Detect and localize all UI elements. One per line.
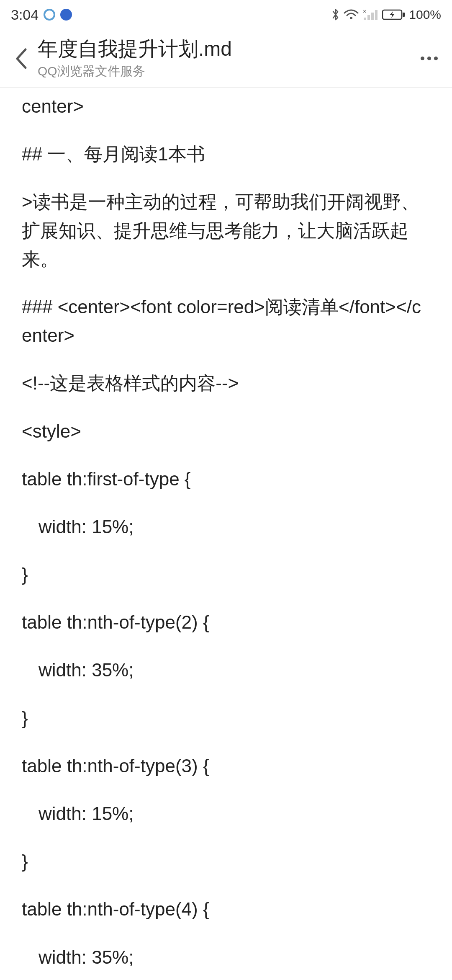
svg-rect-4	[371, 13, 374, 20]
wifi-icon	[344, 9, 359, 21]
content-line: center>	[22, 92, 430, 121]
signal-icon: ×	[362, 8, 379, 21]
bluetooth-icon	[331, 8, 340, 22]
content-line: width: 15%;	[22, 799, 430, 828]
svg-rect-3	[367, 15, 370, 20]
svg-rect-7	[403, 13, 405, 17]
status-left: 3:04	[11, 7, 72, 23]
app-icon-1	[44, 9, 55, 21]
content-line: width: 35%;	[22, 656, 430, 684]
status-right: × 100%	[331, 8, 441, 22]
app-icon-2	[60, 9, 72, 21]
chevron-left-icon	[14, 47, 28, 70]
content-line: }	[22, 704, 430, 732]
content-line: }	[22, 847, 430, 876]
svg-text:×: ×	[363, 8, 366, 15]
content-line: width: 15%;	[22, 513, 430, 541]
file-content[interactable]: center> ## 一、每月阅读1本书 >读书是一种主动的过程，可帮助我们开阔…	[0, 88, 452, 980]
dot-icon	[421, 57, 424, 60]
content-line: table th:nth-of-type(2) {	[22, 608, 430, 637]
svg-rect-5	[375, 10, 378, 20]
dot-icon	[427, 57, 431, 60]
content-line: <style>	[22, 417, 430, 446]
content-line: >读书是一种主动的过程，可帮助我们开阔视野、扩展知识、提升思维与思考能力，让大脑…	[22, 188, 430, 273]
app-header: 年度自我提升计划.md QQ浏览器文件服务	[0, 29, 452, 88]
content-line: width: 35%;	[22, 943, 430, 972]
battery-percent: 100%	[409, 8, 441, 22]
svg-rect-2	[364, 18, 366, 20]
dot-icon	[434, 57, 438, 60]
status-bar: 3:04 × 100%	[0, 0, 452, 29]
content-line: table th:nth-of-type(4) {	[22, 895, 430, 923]
content-line: <!--这是表格样式的内容-->	[22, 369, 430, 397]
back-button[interactable]	[8, 46, 33, 71]
content-line: ### <center><font color=red>阅读清单</font><…	[22, 293, 430, 350]
page-title: 年度自我提升计划.md	[38, 37, 414, 61]
status-time: 3:04	[11, 7, 39, 23]
more-button[interactable]	[414, 44, 444, 73]
svg-point-0	[350, 17, 352, 19]
content-line: table th:nth-of-type(3) {	[22, 752, 430, 780]
page-subtitle: QQ浏览器文件服务	[38, 63, 414, 80]
content-line: }	[22, 560, 430, 589]
content-line: ## 一、每月阅读1本书	[22, 140, 430, 168]
battery-icon	[382, 9, 406, 21]
content-line: table th:first-of-type {	[22, 465, 430, 493]
header-titles: 年度自我提升计划.md QQ浏览器文件服务	[33, 37, 414, 80]
